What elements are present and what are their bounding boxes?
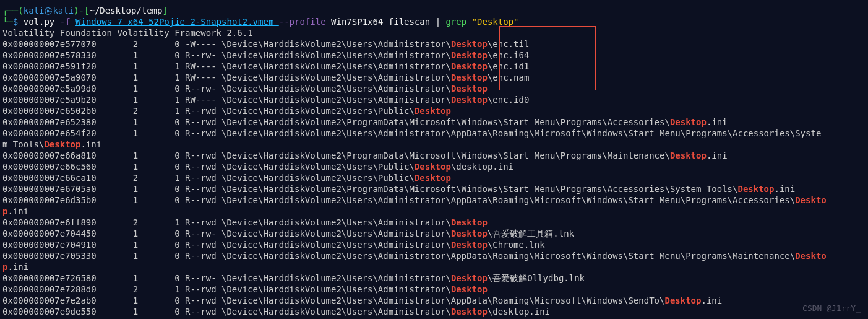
table-row: 0x000000007e726580 1 0 R--rw- \Device\Ha… xyxy=(2,273,866,284)
table-row: 0x000000007e577070 2 0 -W---- \Device\Ha… xyxy=(2,38,866,50)
table-row: 0x000000007e6705a0 1 0 R--rwd \Device\Ha… xyxy=(2,183,866,194)
table-row: 0x000000007e7e2ab0 1 0 R--rwd \Device\Ha… xyxy=(2,295,866,306)
prompt-line-1: ┌──(kali㉿kali)-[~/Desktop/temp] xyxy=(2,5,866,16)
table-row: 0x000000007e66a810 1 0 R--rwd \Device\Ha… xyxy=(2,150,866,161)
table-row: 0x000000007e705330 1 0 R--rwd \Device\Ha… xyxy=(2,250,866,261)
table-row: 0x000000007e654f20 1 0 R--rwd \Device\Ha… xyxy=(2,128,866,139)
filescan-output: 0x000000007e577070 2 0 -W---- \Device\Ha… xyxy=(2,38,866,317)
watermark: CSDN @J1rrY_ xyxy=(802,303,861,314)
table-row: 0x000000007e5a99d0 1 0 R--rw- \Device\Ha… xyxy=(2,83,866,94)
table-row: 0x000000007e704910 1 0 R--rwd \Device\Ha… xyxy=(2,239,866,250)
prompt-line-2[interactable]: └─$ vol.py -f Windows_7_x64_52Pojie_2-Sn… xyxy=(2,16,866,27)
table-row: 0x000000007e9de550 1 0 R--rwd \Device\Ha… xyxy=(2,306,866,317)
table-row: 0x000000007e591f20 1 1 RW---- \Device\Ha… xyxy=(2,61,866,72)
table-row: 0x000000007e5a9b20 1 1 RW---- \Device\Ha… xyxy=(2,94,866,105)
table-row: 0x000000007e6502b0 2 1 R--rwd \Device\Ha… xyxy=(2,105,866,116)
table-row: 0x000000007e704450 1 0 R--rw- \Device\Ha… xyxy=(2,228,866,239)
table-row: 0x000000007e66c560 1 0 R--rwd \Device\Ha… xyxy=(2,161,866,172)
table-row: 0x000000007e7288d0 2 1 R--rwd \Device\Ha… xyxy=(2,284,866,295)
table-row: m Tools\Desktop.ini xyxy=(2,139,866,150)
table-row: 0x000000007e6ff890 2 1 R--rwd \Device\Ha… xyxy=(2,217,866,228)
table-row: 0x000000007e66ca10 2 1 R--rwd \Device\Ha… xyxy=(2,172,866,183)
table-row: 0x000000007e5a9070 1 1 RW---- \Device\Ha… xyxy=(2,72,866,83)
table-row: p.ini xyxy=(2,206,866,217)
table-row: 0x000000007e578330 1 0 R--rw- \Device\Ha… xyxy=(2,50,866,61)
table-row: p.ini xyxy=(2,261,866,273)
header-line: Volatility Foundation Volatility Framewo… xyxy=(2,27,866,38)
table-row: 0x000000007e652380 1 0 R--rwd \Device\Ha… xyxy=(2,116,866,128)
table-row: 0x000000007e6d35b0 1 0 R--rwd \Device\Ha… xyxy=(2,194,866,206)
